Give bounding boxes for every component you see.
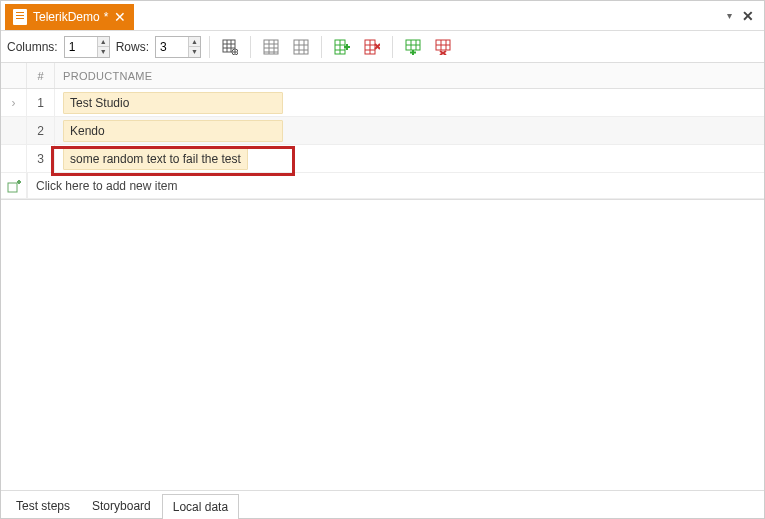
separator bbox=[250, 36, 251, 58]
document-icon bbox=[13, 9, 27, 25]
row-selector[interactable] bbox=[1, 117, 27, 144]
cell-productname[interactable]: Test Studio bbox=[55, 89, 764, 116]
grid-button-1[interactable] bbox=[259, 36, 283, 58]
table-row[interactable]: 3 some random text to fail the test bbox=[1, 145, 764, 173]
row-selector[interactable] bbox=[1, 145, 27, 172]
columns-label: Columns: bbox=[7, 40, 58, 54]
grid-plus-icon bbox=[222, 39, 238, 55]
remove-column-button[interactable] bbox=[360, 36, 384, 58]
column-add-icon bbox=[334, 39, 350, 55]
document-title: TelerikDemo bbox=[33, 10, 100, 24]
add-row-icon[interactable] bbox=[1, 173, 27, 198]
empty-panel bbox=[1, 199, 764, 490]
add-row[interactable]: Click here to add new item bbox=[1, 173, 764, 199]
svg-rect-14 bbox=[294, 40, 308, 54]
row-number-header[interactable]: # bbox=[27, 63, 55, 88]
rows-down-icon[interactable]: ▼ bbox=[188, 47, 200, 57]
close-tab-icon[interactable]: ✕ bbox=[114, 10, 126, 24]
rows-up-icon[interactable]: ▲ bbox=[188, 37, 200, 47]
row-number: 1 bbox=[27, 89, 55, 116]
table-row[interactable]: 2 Kendo bbox=[1, 117, 764, 145]
rows-stepper[interactable]: ▲ ▼ bbox=[155, 36, 201, 58]
column-header-productname[interactable]: PRODUCTNAME bbox=[55, 70, 764, 82]
row-add-icon bbox=[405, 39, 421, 55]
row-number: 2 bbox=[27, 117, 55, 144]
add-row-button[interactable] bbox=[401, 36, 425, 58]
svg-rect-43 bbox=[8, 183, 17, 192]
separator bbox=[321, 36, 322, 58]
columns-stepper[interactable]: ▲ ▼ bbox=[64, 36, 110, 58]
cell-productname[interactable]: some random text to fail the test bbox=[55, 145, 764, 172]
columns-down-icon[interactable]: ▼ bbox=[97, 47, 109, 57]
separator bbox=[392, 36, 393, 58]
separator bbox=[209, 36, 210, 58]
add-column-button[interactable] bbox=[330, 36, 354, 58]
bottom-tabbar: Test steps Storyboard Local data bbox=[1, 490, 764, 518]
document-tabbar: TelerikDemo * ✕ ▾ ✕ bbox=[1, 1, 764, 31]
remove-row-button[interactable] bbox=[431, 36, 455, 58]
toolbar: Columns: ▲ ▼ Rows: ▲ ▼ bbox=[1, 31, 764, 63]
row-remove-icon bbox=[435, 39, 451, 55]
window: TelerikDemo * ✕ ▾ ✕ Columns: ▲ ▼ Rows: ▲… bbox=[0, 0, 765, 519]
tab-storyboard[interactable]: Storyboard bbox=[81, 493, 162, 518]
create-data-button[interactable] bbox=[218, 36, 242, 58]
pin-icon[interactable]: ▾ bbox=[727, 10, 732, 21]
grid-button-2[interactable] bbox=[289, 36, 313, 58]
close-window-icon[interactable]: ✕ bbox=[742, 8, 754, 24]
tab-local-data[interactable]: Local data bbox=[162, 494, 239, 519]
column-remove-icon bbox=[364, 39, 380, 55]
cell-productname[interactable]: Kendo bbox=[55, 117, 764, 144]
grid-icon bbox=[263, 39, 279, 55]
columns-input[interactable] bbox=[65, 37, 97, 57]
row-number: 3 bbox=[27, 145, 55, 172]
modified-indicator: * bbox=[104, 10, 109, 24]
rows-input[interactable] bbox=[156, 37, 188, 57]
add-row-hint[interactable]: Click here to add new item bbox=[27, 173, 764, 198]
tabbar-controls: ▾ ✕ bbox=[727, 1, 760, 30]
table-row[interactable]: › 1 Test Studio bbox=[1, 89, 764, 117]
columns-up-icon[interactable]: ▲ bbox=[97, 37, 109, 47]
grid-corner bbox=[1, 63, 27, 88]
rows-label: Rows: bbox=[116, 40, 149, 54]
tab-test-steps[interactable]: Test steps bbox=[5, 493, 81, 518]
document-tab[interactable]: TelerikDemo * ✕ bbox=[5, 4, 134, 30]
row-selector-icon[interactable]: › bbox=[1, 89, 27, 116]
grid-icon bbox=[293, 39, 309, 55]
grid-header-row: # PRODUCTNAME bbox=[1, 63, 764, 89]
data-grid: # PRODUCTNAME › 1 Test Studio 2 Kendo 3 … bbox=[1, 63, 764, 199]
